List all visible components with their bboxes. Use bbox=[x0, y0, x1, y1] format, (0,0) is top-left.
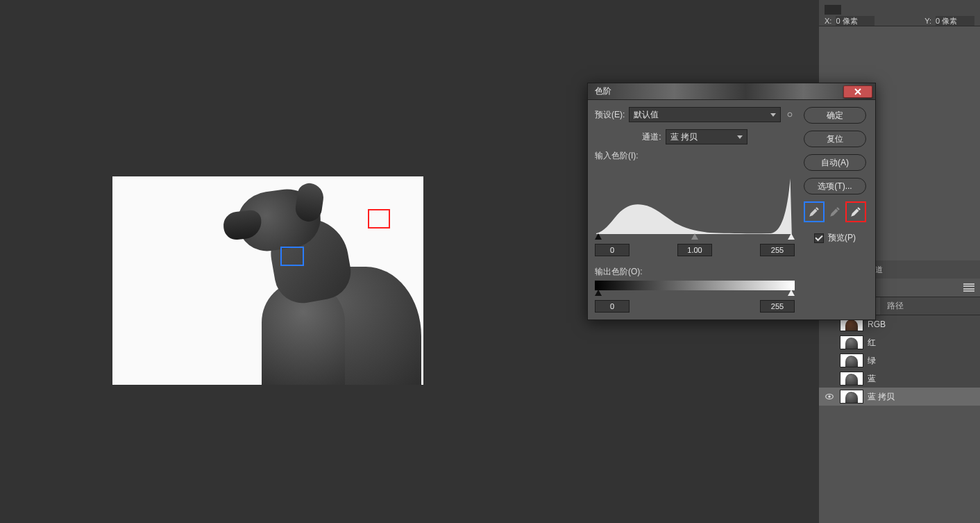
info-x-label: X: bbox=[825, 17, 831, 25]
chevron-down-icon bbox=[770, 113, 776, 117]
preset-menu-icon[interactable] bbox=[785, 110, 795, 119]
channel-thumb bbox=[840, 335, 863, 349]
input-gamma-field[interactable] bbox=[677, 244, 712, 256]
channel-row-green[interactable]: 绿 bbox=[819, 351, 980, 370]
channel-dropdown[interactable]: 蓝 拷贝 bbox=[666, 129, 747, 144]
channel-label: 蓝 bbox=[868, 373, 876, 385]
channel-thumb bbox=[840, 390, 863, 404]
white-point-eyedropper[interactable] bbox=[847, 203, 865, 221]
preview-checkbox[interactable] bbox=[814, 233, 824, 243]
preset-label: 预设(E): bbox=[595, 109, 625, 121]
options-button[interactable]: 选项(T)... bbox=[804, 178, 866, 194]
visibility-toggle[interactable] bbox=[823, 354, 836, 367]
output-white-field[interactable] bbox=[760, 300, 795, 313]
eye-icon bbox=[825, 392, 834, 401]
tab-paths[interactable]: 路径 bbox=[880, 297, 911, 315]
levels-title-text: 色阶 bbox=[595, 85, 611, 97]
shadows-slider[interactable] bbox=[595, 233, 602, 240]
channels-list: RGB 红 绿 蓝 蓝 拷贝 bbox=[819, 315, 980, 406]
channel-thumb bbox=[840, 354, 863, 367]
info-y-label: Y: bbox=[924, 17, 931, 25]
canvas-image[interactable] bbox=[112, 176, 423, 385]
visibility-toggle[interactable] bbox=[823, 390, 836, 403]
channel-thumb bbox=[840, 372, 863, 385]
histogram[interactable] bbox=[595, 165, 795, 234]
input-white-field[interactable] bbox=[760, 244, 795, 256]
channel-value: 蓝 拷贝 bbox=[670, 131, 698, 143]
chevron-down-icon bbox=[737, 135, 743, 139]
preview-label: 预览(P) bbox=[828, 232, 856, 244]
levels-dialog: 色阶 预设(E): 默认值 通道: 蓝 bbox=[587, 83, 876, 320]
channel-label: 通道: bbox=[642, 131, 661, 143]
visibility-toggle[interactable] bbox=[823, 372, 836, 385]
channel-label: 绿 bbox=[868, 355, 876, 367]
input-black-field[interactable] bbox=[595, 244, 630, 256]
dog-silhouette bbox=[220, 176, 428, 385]
highlights-slider[interactable] bbox=[788, 233, 795, 240]
info-swatch bbox=[825, 5, 841, 15]
channel-label: 蓝 拷贝 bbox=[868, 391, 895, 403]
info-panel: X: 0 像素 Y: 0 像素 bbox=[819, 0, 980, 26]
eyedropper-icon bbox=[850, 206, 862, 218]
svg-point-1 bbox=[828, 395, 831, 398]
output-levels-label: 输出色阶(O): bbox=[595, 266, 795, 278]
close-icon bbox=[854, 88, 861, 95]
output-black-slider[interactable] bbox=[595, 290, 602, 296]
info-y-value: 0 像素 bbox=[936, 16, 974, 26]
output-white-slider[interactable] bbox=[788, 290, 795, 296]
svg-point-4 bbox=[788, 113, 792, 117]
visibility-toggle[interactable] bbox=[823, 336, 836, 349]
input-levels-label: 输入色阶(I): bbox=[595, 150, 795, 162]
channel-label: RGB bbox=[868, 319, 886, 329]
eyedropper-icon bbox=[829, 206, 841, 218]
panel-menu-icon[interactable] bbox=[963, 283, 974, 292]
black-point-eyedropper[interactable] bbox=[805, 203, 823, 221]
channel-row-blue[interactable]: 蓝 bbox=[819, 370, 980, 388]
black-sample-marker[interactable] bbox=[280, 247, 304, 266]
close-button[interactable] bbox=[843, 85, 872, 98]
output-gradient[interactable] bbox=[595, 281, 795, 290]
levels-titlebar[interactable]: 色阶 bbox=[588, 83, 875, 100]
histogram-graphic bbox=[596, 165, 793, 234]
white-sample-marker[interactable] bbox=[368, 209, 390, 229]
eyedropper-icon bbox=[808, 206, 820, 218]
channel-row-red[interactable]: 红 bbox=[819, 333, 980, 351]
info-x-value: 0 像素 bbox=[836, 16, 875, 26]
output-black-field[interactable] bbox=[595, 300, 630, 313]
channel-label: 红 bbox=[868, 337, 876, 349]
eyedropper-group bbox=[805, 203, 865, 221]
gray-point-eyedropper[interactable] bbox=[826, 203, 844, 221]
ok-button[interactable]: 确定 bbox=[804, 107, 866, 124]
preset-dropdown[interactable]: 默认值 bbox=[629, 107, 781, 122]
channel-row-blue-copy[interactable]: 蓝 拷贝 bbox=[819, 388, 980, 406]
reset-button[interactable]: 复位 bbox=[804, 131, 866, 147]
preset-value: 默认值 bbox=[634, 109, 659, 121]
midtones-slider[interactable] bbox=[691, 233, 698, 240]
auto-button[interactable]: 自动(A) bbox=[804, 154, 866, 171]
